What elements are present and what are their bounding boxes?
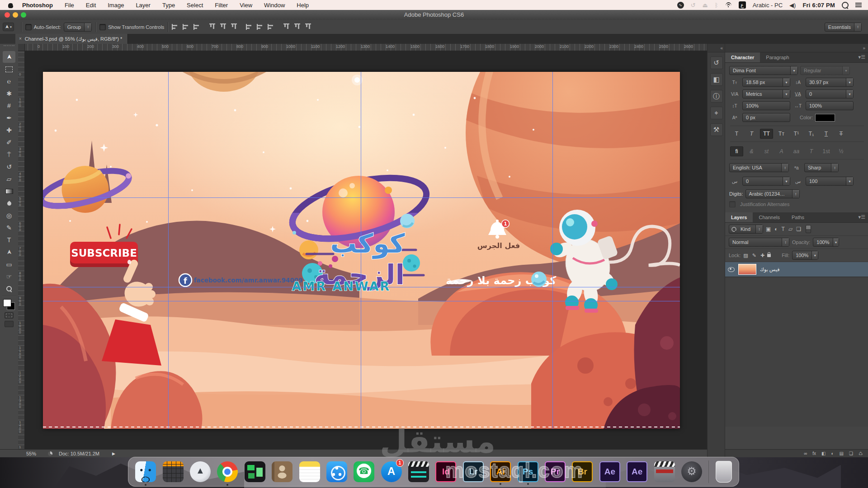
dock-shareit[interactable] xyxy=(326,461,347,482)
apple-menu-icon[interactable] xyxy=(8,2,14,8)
dodge-tool[interactable]: ◎ xyxy=(3,210,15,221)
opacity-field[interactable]: 100%▾ xyxy=(813,238,839,247)
layer-filter-toggle[interactable] xyxy=(806,225,811,233)
properties-panel-icon[interactable]: ◧ xyxy=(710,73,723,86)
canvas[interactable]: SUBSCRIBE f f xyxy=(43,72,680,429)
layer-row-selected[interactable]: فيس بوك xyxy=(725,262,868,277)
menu-help[interactable]: Help xyxy=(297,2,309,9)
fill-field[interactable]: 100%▾ xyxy=(792,251,818,260)
filter-type-layers-icon[interactable]: T xyxy=(782,226,785,232)
all-caps-icon[interactable]: TT xyxy=(760,129,773,139)
lock-paint-icon[interactable]: ✎ xyxy=(752,253,756,258)
discretionary-ligatures-icon[interactable]: st xyxy=(760,146,773,156)
quick-selection-tool[interactable]: ✱ xyxy=(3,88,15,99)
menu-photoshop[interactable]: Photoshop xyxy=(22,2,53,9)
quick-mask-button[interactable] xyxy=(5,312,14,319)
tab-layers[interactable]: Layers xyxy=(725,212,753,222)
kerning-dropdown[interactable]: Metrics▾ xyxy=(742,89,790,99)
menu-type[interactable]: Type xyxy=(162,2,175,9)
expand-panels-icon[interactable]: » xyxy=(863,46,865,51)
dock-system-preferences[interactable]: ⚙ xyxy=(681,461,702,482)
dock-window-manager[interactable] xyxy=(245,461,265,482)
clone-source-panel-icon[interactable]: ⌖ xyxy=(710,107,723,119)
lock-position-icon[interactable]: ✚ xyxy=(760,253,764,258)
foreground-color-swatch[interactable] xyxy=(3,299,11,307)
dock-app-store[interactable]: A1 xyxy=(381,461,402,482)
layer-group-icon[interactable]: ▤ xyxy=(840,451,844,456)
font-size-dropdown[interactable]: 18.58 px▾ xyxy=(742,78,790,87)
align-bottom-edges-icon[interactable] xyxy=(193,24,200,30)
dock-audio-video-editor[interactable] xyxy=(408,461,429,482)
menu-filter[interactable]: Filter xyxy=(215,2,228,9)
small-caps-icon[interactable]: Tᴛ xyxy=(775,129,788,139)
minimize-window-button[interactable] xyxy=(13,12,18,18)
brush-tool[interactable]: ✐ xyxy=(3,136,15,148)
dock-after-effects[interactable]: Ae xyxy=(599,461,620,482)
blur-tool[interactable] xyxy=(3,197,15,209)
dock-trash[interactable] xyxy=(716,461,732,483)
input-source-label[interactable]: Arabic - PC xyxy=(753,2,783,9)
text-color-swatch[interactable] xyxy=(815,114,835,122)
tab-character[interactable]: Character xyxy=(725,52,760,62)
eject-icon[interactable]: ⏏ xyxy=(703,2,708,9)
zoom-level-field[interactable]: 55% xyxy=(26,451,36,456)
path-selection-tool[interactable]: ➤ xyxy=(3,246,15,258)
screen-mode-button[interactable] xyxy=(5,321,14,327)
faux-bold-icon[interactable]: T xyxy=(730,129,743,139)
shape-tool[interactable]: ▭ xyxy=(3,258,15,270)
tool-preset-picker[interactable]: ➤▾ xyxy=(3,23,14,31)
type-tool[interactable]: T xyxy=(3,234,15,246)
pen-tool[interactable]: ✎ xyxy=(3,222,15,234)
crop-tool[interactable]: # xyxy=(3,100,15,112)
ligatures-icon[interactable]: fi xyxy=(730,146,743,156)
menu-image[interactable]: Image xyxy=(108,2,124,9)
new-layer-icon[interactable]: ❏ xyxy=(849,451,853,456)
align-left-edges-icon[interactable] xyxy=(209,23,215,30)
layer-thumbnail[interactable] xyxy=(738,264,756,275)
lock-transparency-icon[interactable]: ▨ xyxy=(743,253,748,258)
font-family-dropdown[interactable]: Dima Font▾ xyxy=(729,66,798,75)
leading-dropdown[interactable]: 30.97 px▾ xyxy=(806,78,854,87)
menu-file[interactable]: File xyxy=(65,2,74,9)
digits-dropdown[interactable]: Arabic (01234…↕ xyxy=(745,189,800,198)
menu-select[interactable]: Select xyxy=(187,2,203,9)
distribute-horizontal-centers-icon[interactable] xyxy=(294,23,300,30)
healing-brush-tool[interactable]: ✚ xyxy=(3,124,15,136)
eraser-tool[interactable]: ▱ xyxy=(3,173,15,185)
hand-tool[interactable]: ☞ xyxy=(3,271,15,282)
dock-after-effects-2[interactable]: Ae xyxy=(627,461,647,482)
tab-channels[interactable]: Channels xyxy=(753,212,785,222)
baseline-shift-field[interactable]: 0 px xyxy=(742,113,790,122)
notification-center-icon[interactable] xyxy=(855,3,862,8)
canvas-area[interactable]: SUBSCRIBE f f xyxy=(24,51,708,450)
align-top-edges-icon[interactable] xyxy=(172,24,179,30)
distribute-vertical-centers-icon[interactable] xyxy=(257,24,264,30)
align-vertical-centers-icon[interactable] xyxy=(183,24,189,30)
creative-cloud-icon[interactable]: ∿ xyxy=(677,2,684,9)
language-dropdown[interactable]: English: USA↕ xyxy=(729,163,789,172)
tracking-dropdown[interactable]: 0▾ xyxy=(806,89,854,99)
dock-whatsapp[interactable]: ☎ xyxy=(354,461,374,482)
faux-italic-icon[interactable]: T xyxy=(745,129,758,139)
underline-icon[interactable]: T xyxy=(820,129,833,139)
time-machine-icon[interactable]: ↺ xyxy=(691,2,696,9)
dock-notes[interactable] xyxy=(299,461,320,482)
menu-window[interactable]: Window xyxy=(264,2,285,9)
link-layers-icon[interactable]: ∞ xyxy=(804,451,807,456)
tool-presets-panel-icon[interactable]: ⚒ xyxy=(710,123,723,136)
superscript-icon[interactable]: T¹ xyxy=(790,129,803,139)
justification-alternates-checkbox[interactable] xyxy=(729,201,736,207)
lock-all-icon[interactable] xyxy=(767,254,771,257)
kashida-long-dropdown[interactable]: 100▾ xyxy=(806,177,854,186)
strikethrough-icon[interactable]: T xyxy=(835,129,848,139)
filter-pixel-layers-icon[interactable]: ▣ xyxy=(766,226,771,232)
font-style-dropdown[interactable]: Regular▾ xyxy=(800,66,850,75)
dock-contacts[interactable] xyxy=(272,461,292,482)
marquee-tool[interactable] xyxy=(3,63,15,75)
kashida-short-dropdown[interactable]: 0▾ xyxy=(742,177,790,186)
history-panel-icon[interactable]: ↺ xyxy=(710,56,723,69)
align-horizontal-centers-icon[interactable] xyxy=(220,23,226,30)
gradient-tool[interactable] xyxy=(3,185,15,197)
toolbar-grip[interactable] xyxy=(4,45,14,50)
menu-edit[interactable]: Edit xyxy=(86,2,96,9)
